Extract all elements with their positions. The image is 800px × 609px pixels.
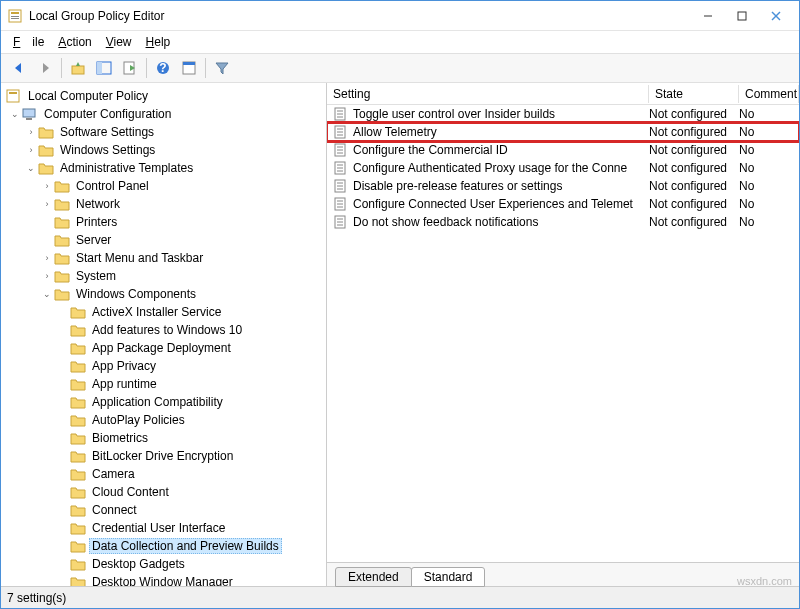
show-hide-tree-button[interactable] [92, 56, 116, 80]
tree-item[interactable]: Connect [1, 501, 326, 519]
tree-item[interactable]: BitLocker Drive Encryption [1, 447, 326, 465]
svg-rect-5 [738, 12, 746, 20]
tree-item[interactable]: AutoPlay Policies [1, 411, 326, 429]
tree-windows-settings[interactable]: ›Windows Settings [1, 141, 326, 159]
list-body[interactable]: Toggle user control over Insider buildsN… [327, 105, 799, 562]
tree-server[interactable]: Server [1, 231, 326, 249]
expand-icon[interactable]: › [41, 252, 53, 264]
tree-computer-config[interactable]: ⌄ Computer Configuration [1, 105, 326, 123]
toolbar-separator [146, 58, 147, 78]
tab-extended[interactable]: Extended [335, 567, 412, 587]
tree-software-settings[interactable]: ›Software Settings [1, 123, 326, 141]
tree-item[interactable]: Credential User Interface [1, 519, 326, 537]
folder-icon [38, 125, 54, 139]
expand-icon[interactable]: › [41, 198, 53, 210]
tree-item[interactable]: App runtime [1, 375, 326, 393]
tree-printers[interactable]: Printers [1, 213, 326, 231]
folder-icon [70, 449, 86, 463]
list-pane: Setting State Comment Toggle user contro… [327, 83, 799, 586]
forward-button[interactable] [33, 56, 57, 80]
tree-item[interactable]: ActiveX Installer Service [1, 303, 326, 321]
tree-item[interactable]: Cloud Content [1, 483, 326, 501]
setting-state: Not configured [649, 143, 739, 157]
collapse-icon[interactable]: ⌄ [25, 162, 37, 174]
tree-root[interactable]: Local Computer Policy [1, 87, 326, 105]
setting-row[interactable]: Configure the Commercial IDNot configure… [327, 141, 799, 159]
setting-name: Configure Connected User Experiences and… [353, 197, 649, 211]
setting-row[interactable]: Configure Connected User Experiences and… [327, 195, 799, 213]
folder-icon [70, 467, 86, 481]
menu-help[interactable]: Help [140, 33, 177, 51]
setting-comment: No [739, 179, 799, 193]
export-button[interactable] [118, 56, 142, 80]
tree-item-label: Cloud Content [89, 484, 172, 500]
filter-button[interactable] [210, 56, 234, 80]
tab-standard[interactable]: Standard [411, 567, 486, 587]
tree-item[interactable]: Camera [1, 465, 326, 483]
toolbar-separator [61, 58, 62, 78]
tree-start-menu[interactable]: ›Start Menu and Taskbar [1, 249, 326, 267]
tree-item[interactable]: Data Collection and Preview Builds [1, 537, 326, 555]
setting-row[interactable]: Do not show feedback notificationsNot co… [327, 213, 799, 231]
up-button[interactable] [66, 56, 90, 80]
tree-item-label: App runtime [89, 376, 160, 392]
tree-item[interactable]: Desktop Gadgets [1, 555, 326, 573]
tree-item[interactable]: Add features to Windows 10 [1, 321, 326, 339]
setting-icon [333, 124, 349, 140]
menu-action[interactable]: Action [52, 33, 97, 51]
back-button[interactable] [7, 56, 31, 80]
setting-state: Not configured [649, 125, 739, 139]
minimize-button[interactable] [691, 5, 725, 27]
tree-item[interactable]: Application Compatibility [1, 393, 326, 411]
setting-row[interactable]: Toggle user control over Insider buildsN… [327, 105, 799, 123]
folder-icon [70, 359, 86, 373]
setting-comment: No [739, 143, 799, 157]
tree-item[interactable]: Biometrics [1, 429, 326, 447]
svg-rect-8 [72, 66, 84, 74]
folder-icon [70, 341, 86, 355]
tree-item[interactable]: Desktop Window Manager [1, 573, 326, 586]
folder-icon [70, 575, 86, 586]
maximize-button[interactable] [725, 5, 759, 27]
setting-state: Not configured [649, 197, 739, 211]
tree-windows-components[interactable]: ⌄Windows Components [1, 285, 326, 303]
collapse-icon[interactable]: ⌄ [41, 288, 53, 300]
setting-row[interactable]: Disable pre-release features or settings… [327, 177, 799, 195]
setting-name: Disable pre-release features or settings [353, 179, 649, 193]
policy-icon [6, 89, 22, 103]
tree-control-panel[interactable]: ›Control Panel [1, 177, 326, 195]
expand-icon[interactable]: › [25, 126, 37, 138]
header-state[interactable]: State [649, 85, 739, 103]
setting-name: Toggle user control over Insider builds [353, 107, 649, 121]
setting-name: Allow Telemetry [353, 125, 649, 139]
tree-item[interactable]: App Package Deployment [1, 339, 326, 357]
menu-view[interactable]: View [100, 33, 138, 51]
folder-icon [70, 395, 86, 409]
tree-network[interactable]: ›Network [1, 195, 326, 213]
tree-item-label: App Privacy [89, 358, 159, 374]
toolbar: ? [1, 53, 799, 83]
svg-rect-17 [9, 92, 17, 94]
tree-item[interactable]: App Privacy [1, 357, 326, 375]
tree-pane[interactable]: Local Computer Policy ⌄ Computer Configu… [1, 83, 327, 586]
setting-row[interactable]: Configure Authenticated Proxy usage for … [327, 159, 799, 177]
help-button[interactable]: ? [151, 56, 175, 80]
setting-row[interactable]: Allow TelemetryNot configuredNo [327, 123, 799, 141]
expand-icon[interactable]: › [41, 180, 53, 192]
expand-icon[interactable]: › [25, 144, 37, 156]
close-button[interactable] [759, 5, 793, 27]
menu-file[interactable]: File [7, 33, 50, 51]
properties-button[interactable] [177, 56, 201, 80]
header-setting[interactable]: Setting [327, 85, 649, 103]
folder-icon [54, 197, 70, 211]
folder-icon [54, 215, 70, 229]
collapse-icon[interactable]: ⌄ [9, 108, 21, 120]
tree-system[interactable]: ›System [1, 267, 326, 285]
folder-icon [54, 179, 70, 193]
header-comment[interactable]: Comment [739, 85, 799, 103]
expand-icon[interactable]: › [41, 270, 53, 282]
svg-rect-19 [26, 118, 32, 120]
tree-admin-templates[interactable]: ⌄Administrative Templates [1, 159, 326, 177]
folder-icon [54, 269, 70, 283]
menu-bar: File Action View Help [1, 31, 799, 53]
